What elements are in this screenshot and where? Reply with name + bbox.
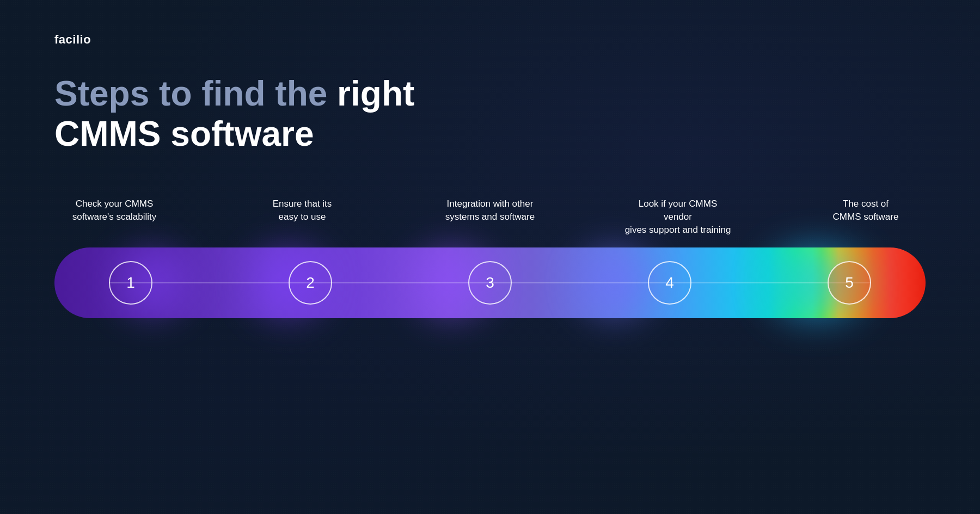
step-number-1: 1 — [126, 274, 135, 292]
step-number-2: 2 — [306, 274, 315, 292]
page-container: facilio Steps to find the right CMMS sof… — [0, 0, 980, 514]
step-circle-1[interactable]: 1 — [109, 261, 152, 305]
step-number-4: 4 — [665, 274, 674, 292]
step-circle-2[interactable]: 2 — [289, 261, 332, 305]
step-circle-4[interactable]: 4 — [648, 261, 691, 305]
step-circles-container: 1 2 3 4 5 — [54, 247, 926, 318]
step-number-3: 3 — [486, 274, 494, 292]
steps-section: Check your CMMSsoftware's scalability En… — [54, 197, 926, 318]
page-title: Steps to find the right CMMS software — [54, 74, 436, 154]
title-light-text: Steps to find the — [54, 74, 337, 113]
step-number-5: 5 — [845, 274, 854, 292]
brand-logo: facilio — [54, 33, 926, 47]
step-label-1: Check your CMMSsoftware's scalability — [60, 197, 169, 236]
step-circle-3[interactable]: 3 — [468, 261, 512, 305]
title-second-line: CMMS software — [54, 114, 436, 154]
step-label-5: The cost ofCMMS software — [811, 197, 920, 236]
step-circle-5[interactable]: 5 — [828, 261, 871, 305]
step-labels-row: Check your CMMSsoftware's scalability En… — [54, 197, 926, 236]
step-label-4: Look if your CMMS vendorgives support an… — [623, 197, 732, 236]
step-label-3: Integration with othersystems and softwa… — [436, 197, 544, 236]
title-right-word: right — [337, 74, 414, 113]
progress-track: 1 2 3 4 5 — [54, 247, 926, 318]
step-label-2: Ensure that itseasy to use — [248, 197, 357, 236]
